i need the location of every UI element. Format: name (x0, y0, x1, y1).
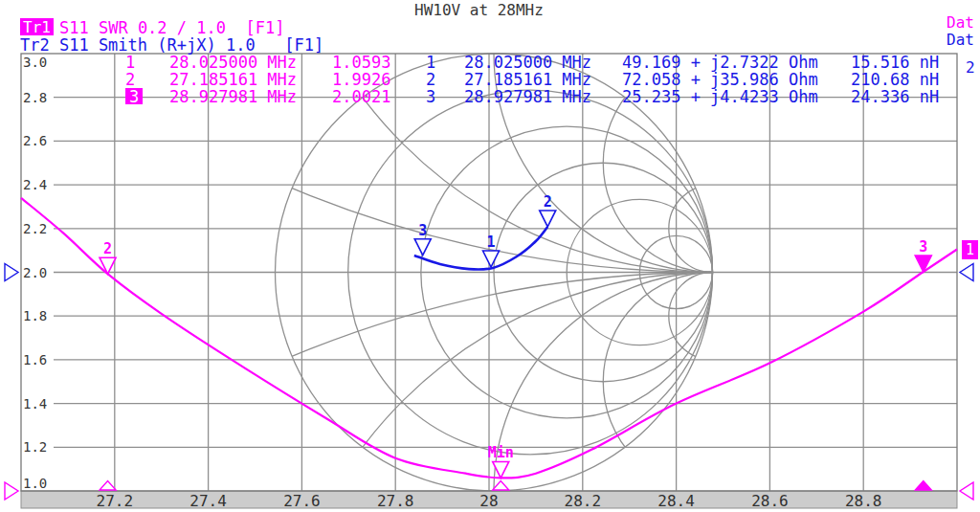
swr-marker-frequency: 28.025000 MHz (169, 54, 297, 71)
smith-marker-impedance: 25.235 + j4.4233 Ohm (622, 88, 818, 105)
swr-marker-frequency: 28.927981 MHz (169, 88, 297, 105)
swr-marker-number: 3 (125, 88, 143, 104)
swr-marker-2[interactable] (100, 257, 116, 274)
smith-marker-impedance: 72.058 + j35.986 Ohm (622, 71, 818, 88)
y-tick-label: 1.0 (23, 476, 47, 491)
smith-marker-number: 2 (426, 71, 435, 88)
y-tick-label: 1.4 (23, 396, 47, 412)
trace1-ref-right[interactable] (960, 482, 973, 500)
y-tick-label: 2.0 (23, 265, 47, 280)
swr-marker-value: 1.0593 (332, 54, 390, 71)
smith-reactance-arc (494, 0, 931, 273)
y-tick-label: 2.8 (23, 90, 47, 105)
swr-marker-value: 1.9926 (332, 71, 390, 88)
smith-marker-label-2: 2 (544, 193, 552, 211)
smith-reactance-arc (603, 273, 822, 492)
vna-screen: 23Min312 HW10V at 28MHz Tr1 S11 SWR 0.2 … (0, 0, 980, 512)
x-tick-label: 27.6 (283, 492, 321, 510)
x-tick-label: 28.2 (565, 492, 602, 510)
x-tick-label: 27.8 (377, 492, 414, 510)
y-tick-label: 2.6 (23, 133, 47, 148)
smith-reactance-arc (276, 273, 980, 512)
trace2-format-label[interactable]: Tr2 S11 Smith (R+jX) 1.0 [F1] (20, 35, 323, 55)
freq-marker[interactable] (493, 481, 509, 491)
swr-marker-label-2: 2 (103, 240, 112, 257)
swr-marker-value: 2.0021 (332, 88, 390, 105)
y-tick-label: 1.6 (23, 352, 47, 367)
y-tick-label: 2.4 (23, 177, 47, 192)
smith-reactance-arc (0, 273, 980, 512)
x-tick-label: 27.4 (189, 492, 227, 510)
trace1-ref-left[interactable] (5, 482, 18, 500)
smith-marker-impedance: 49.169 + j2.7322 Ohm (622, 54, 818, 71)
trace2-data-tag: Dat (947, 31, 974, 49)
freq-marker[interactable] (100, 481, 116, 491)
swr-marker-label-3: 3 (919, 238, 927, 256)
trace1-badge[interactable]: Tr1 (20, 18, 54, 35)
smith-reactance-arc (494, 273, 931, 512)
x-tick-label: 27.2 (97, 492, 134, 510)
x-tick-label: 28 (479, 492, 498, 510)
smith-marker-inductance: 24.336 nH (851, 88, 939, 105)
swr-marker-3[interactable] (915, 256, 931, 272)
x-tick-label: 28.6 (751, 492, 789, 510)
swr-marker-label-min: Min (488, 444, 514, 461)
trace1-edge-number: 1 (962, 240, 978, 259)
freq-marker[interactable] (915, 481, 931, 491)
trace2-ref-left[interactable] (5, 264, 18, 281)
smith-marker-inductance: 15.516 nH (851, 54, 939, 71)
trace2-ref-right[interactable] (960, 264, 973, 281)
x-tick-label: 28.8 (845, 492, 882, 510)
smith-marker-frequency: 27.185161 MHz (464, 71, 591, 88)
swr-marker-number: 2 (125, 71, 135, 88)
smith-marker-frequency: 28.927981 MHz (464, 88, 591, 105)
smith-marker-number: 1 (426, 54, 435, 71)
smith-marker-2[interactable] (540, 211, 556, 227)
smith-trace (414, 227, 547, 270)
smith-marker-label-3: 3 (418, 222, 427, 239)
smith-marker-label-1: 1 (487, 234, 496, 251)
swr-marker-number: 1 (125, 54, 135, 71)
swr-marker-frequency: 27.185161 MHz (169, 71, 297, 88)
trace2-edge-number: 2 (966, 58, 975, 77)
smith-marker-1[interactable] (483, 251, 500, 267)
y-tick-label: 3.0 (23, 55, 47, 70)
y-tick-label: 2.2 (23, 221, 47, 236)
y-tick-label: 1.8 (23, 308, 47, 323)
trace1-data-tag: Dat (947, 13, 974, 32)
x-tick-label: 28.4 (657, 492, 695, 510)
smith-marker-frequency: 28.025000 MHz (464, 54, 591, 71)
chart-title: HW10V at 28MHz (414, 1, 544, 19)
y-tick-label: 1.2 (23, 439, 47, 455)
trace1-format-label[interactable]: S11 SWR 0.2 / 1.0 [F1] (59, 18, 284, 37)
smith-marker-inductance: 210.68 nH (851, 71, 939, 88)
smith-marker-number: 3 (426, 88, 435, 105)
smith-marker-3[interactable] (414, 239, 431, 256)
